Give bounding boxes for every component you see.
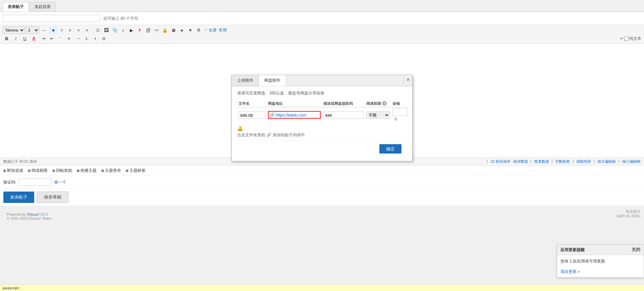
hr-btn[interactable]: ─ xyxy=(74,35,83,42)
dot-icon xyxy=(77,169,79,172)
enlarge-link[interactable]: 加大编辑框 xyxy=(597,159,616,164)
save-status: 数据已于 20:21 保存 xyxy=(3,159,37,164)
ol-btn[interactable]: 1. xyxy=(83,35,91,42)
notif-close-btn[interactable]: 关闭 xyxy=(632,247,640,253)
quote-btn[interactable]: " xyxy=(56,35,64,42)
captcha-refresh-link[interactable]: 换一个 xyxy=(54,179,66,185)
bold-btn[interactable]: B xyxy=(3,35,11,42)
align-justify-btn[interactable]: ≡ xyxy=(83,26,91,34)
italic-btn[interactable]: I xyxy=(12,35,20,42)
option-attach[interactable]: 附加选项 xyxy=(3,168,23,173)
url-cell: 🔗 xyxy=(268,111,321,119)
option-readperm[interactable]: 阅读权限 xyxy=(28,168,48,173)
flash-btn[interactable]: F xyxy=(136,26,144,34)
fullscreen-btn[interactable]: ↗ 全屏 xyxy=(204,27,217,33)
title-input[interactable] xyxy=(3,15,100,22)
dialog-hint: 请填写百度网盘、360云盘、微盘等网盘分享链接 xyxy=(237,90,407,96)
col-url: 网盘地址 xyxy=(267,100,322,107)
attach-btn[interactable]: 📎 xyxy=(111,26,119,34)
option-sale[interactable]: 主题售价 xyxy=(101,168,121,173)
outdent-btn[interactable]: ⇤ xyxy=(48,35,56,42)
underline-btn[interactable]: U xyxy=(21,35,29,42)
readperm-select[interactable]: 不限 10 20 50 100 xyxy=(366,111,390,119)
indent-btn[interactable]: ⇥ xyxy=(40,35,48,42)
option-tag[interactable]: 主题标签 xyxy=(126,168,146,173)
site-stats: 站点统计 GMT+8, 2023- xyxy=(617,209,641,218)
image-btn[interactable]: 🖼 xyxy=(102,26,110,34)
brand-link[interactable]: Discuz! xyxy=(27,212,39,216)
bell-icon: 🔔 xyxy=(237,125,407,131)
col-money: 金钱 xyxy=(391,100,409,107)
extra-btn2[interactable]: ★ xyxy=(186,26,194,34)
remove-format-btn[interactable]: ✕ xyxy=(65,35,73,42)
tab-post[interactable]: 发表帖子 xyxy=(3,2,29,12)
dash-btn[interactable]: — xyxy=(40,26,48,34)
submit-post-btn[interactable]: 发表帖子 xyxy=(3,192,34,203)
dot-icon xyxy=(28,169,31,172)
row-delete-btn[interactable]: ⊗ xyxy=(394,116,398,121)
dialog-link-hint: 点击文件名旁的 🔗 添加到贴子内容中 xyxy=(237,132,407,138)
col-readperm: 阅读权限 ? xyxy=(365,100,391,107)
cloud-attach-dialog: 上传附件 网盘附件 ✕ 请填写百度网盘、360云盘、微盘等网盘分享链接 文件名 … xyxy=(231,75,413,161)
captcha-input[interactable] xyxy=(18,178,52,186)
readperm-help-icon[interactable]: ? xyxy=(382,101,387,106)
plaintext-wrap: ↵ 纯文本 xyxy=(620,36,641,42)
notification-popup: 应用更新提醒 关闭 您有 1 款应用有可用更新 现在更新 » xyxy=(557,244,644,278)
url-input[interactable] xyxy=(276,113,319,117)
filename-input[interactable] xyxy=(238,111,265,119)
ul-btn[interactable]: • xyxy=(91,35,99,42)
table-btn[interactable]: ▦ xyxy=(169,26,177,34)
emotion-btn[interactable]: ☺ xyxy=(94,26,102,34)
notif-title: 应用更新提醒 xyxy=(560,247,585,253)
tab-poll[interactable]: 发起投票 xyxy=(30,2,56,12)
font-size-select[interactable]: 1 2 3 4 5 xyxy=(26,26,39,34)
dialog-close-btn[interactable]: ✕ xyxy=(404,75,412,84)
col-desc: 描述或网盘提取码 xyxy=(322,100,365,107)
extra-btn3[interactable]: ⚙ xyxy=(195,26,203,34)
save-data-link[interactable]: 保存数据 xyxy=(513,159,528,164)
notif-update-link[interactable]: 现在更新 » xyxy=(560,269,580,274)
music-btn[interactable]: ♪ xyxy=(119,26,127,34)
align-center-btn[interactable]: ≡ xyxy=(66,26,74,34)
align-left-btn[interactable]: ≡ xyxy=(58,26,66,34)
dot-icon xyxy=(52,169,55,172)
options-row: 附加选项 阅读权限 回帖奖励 抢楼主题 主题售价 主题标签 xyxy=(0,166,644,176)
option-rush[interactable]: 抢楼主题 xyxy=(77,168,97,173)
shrink-link[interactable]: 缩小编辑框 xyxy=(622,159,641,164)
save-draft-btn[interactable]: 保存草稿 xyxy=(37,192,68,203)
extra-btn1[interactable]: ◈ xyxy=(178,26,186,34)
restore-link[interactable]: 恢复数据 xyxy=(534,159,549,164)
outdent2-btn[interactable]: ⊟ xyxy=(100,35,108,42)
plaintext-checkbox[interactable] xyxy=(624,37,629,41)
dot-icon xyxy=(101,169,104,172)
font-color-btn[interactable]: A xyxy=(30,35,38,42)
return-icon: ↵ xyxy=(620,36,624,41)
align-right-btn[interactable]: ≡ xyxy=(74,26,83,34)
font-name-select[interactable]: Tahoma Arial 宋体 xyxy=(3,26,25,34)
link-icon-inline[interactable]: 🔗 xyxy=(266,132,271,137)
dot-icon xyxy=(126,169,128,172)
color-bg-btn[interactable]: ■ xyxy=(49,26,57,34)
dialog-tab-upload[interactable]: 上传附件 xyxy=(232,75,259,86)
dialog-tab-cloud[interactable]: 网盘附件 xyxy=(259,75,286,86)
money-input[interactable] xyxy=(392,108,408,116)
status-bar: javascript:; xyxy=(0,285,644,291)
captcha-row: 验证码 换一个 xyxy=(0,176,644,189)
col-filename: 文件名 xyxy=(237,100,267,107)
video-btn[interactable]: ▶ xyxy=(127,26,136,34)
footer-info: Powered by Discuz! X3.5 © 2001-2023 Disc… xyxy=(3,209,56,224)
table-row: 🔗 不限 10 xyxy=(237,107,409,123)
clear-link[interactable]: 清除内容 xyxy=(576,159,591,164)
code-btn[interactable]: <> xyxy=(153,26,161,34)
char-count: 还可输入 80 个字符 xyxy=(103,16,138,21)
option-reply-reward[interactable]: 回帖奖励 xyxy=(52,168,72,173)
auto-save-link[interactable]: 10 秒后保存 xyxy=(490,159,510,164)
at-btn[interactable]: @ xyxy=(144,26,152,34)
submit-row: 发表帖子 保存草稿 xyxy=(0,189,644,206)
dot-icon xyxy=(3,169,6,172)
desc-input[interactable] xyxy=(323,111,364,119)
word-check-link[interactable]: 字数检查 xyxy=(555,159,570,164)
dialog-confirm-btn[interactable]: 确定 xyxy=(379,144,401,153)
normal-btn[interactable]: 常用 xyxy=(219,27,227,33)
lock-btn[interactable]: 🔒 xyxy=(161,26,169,34)
